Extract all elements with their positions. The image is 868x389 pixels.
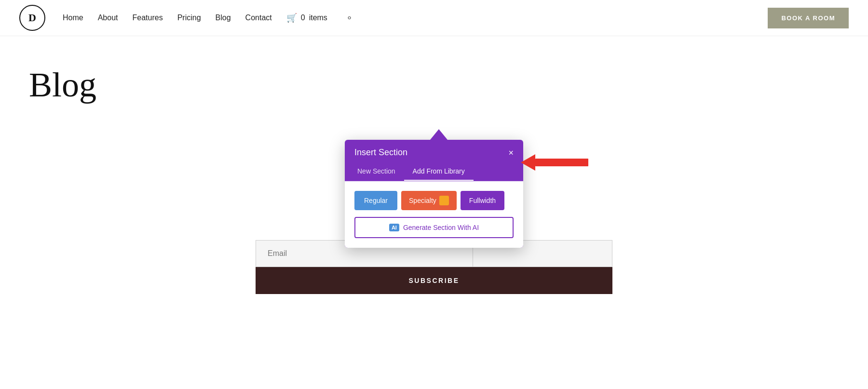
red-arrow-indicator bbox=[521, 150, 598, 174]
popup-title: Insert Section bbox=[354, 148, 407, 158]
popup-container: Insert Section × New Section Add From Li… bbox=[345, 140, 523, 248]
nav-pricing[interactable]: Pricing bbox=[177, 13, 201, 22]
logo[interactable]: D bbox=[19, 5, 45, 31]
nav-blog[interactable]: Blog bbox=[216, 13, 231, 22]
regular-button[interactable]: Regular bbox=[354, 191, 397, 210]
fullwidth-button[interactable]: Fullwidth bbox=[461, 191, 504, 210]
subscribe-button[interactable]: SUBSCRIBE bbox=[256, 267, 612, 294]
popup-tabs: New Section Add From Library bbox=[345, 162, 523, 181]
cart-count: 0 bbox=[301, 13, 305, 22]
nav-contact[interactable]: Contact bbox=[245, 13, 272, 22]
tab-new-section[interactable]: New Section bbox=[349, 162, 404, 181]
specialty-button[interactable]: Specialty bbox=[401, 191, 457, 210]
tab-add-from-library[interactable]: Add From Library bbox=[404, 162, 474, 181]
popup-body: Regular Specialty Fullwidth AI Generate … bbox=[345, 181, 523, 248]
nav-home[interactable]: Home bbox=[63, 13, 83, 22]
section-type-buttons: Regular Specialty Fullwidth bbox=[354, 191, 514, 210]
popup-close-button[interactable]: × bbox=[508, 148, 514, 157]
nav-about[interactable]: About bbox=[98, 13, 118, 22]
insert-section-popup: Insert Section × New Section Add From Li… bbox=[345, 129, 523, 248]
nav-features[interactable]: Features bbox=[133, 13, 163, 22]
svg-rect-0 bbox=[535, 159, 588, 166]
search-icon: ⚬ bbox=[346, 13, 353, 23]
svg-marker-1 bbox=[521, 154, 535, 171]
cart-icon: 🛒 bbox=[286, 13, 297, 23]
ai-badge: AI bbox=[389, 224, 399, 231]
page-title: Blog bbox=[29, 65, 839, 105]
main-nav: Home About Features Pricing Blog Contact… bbox=[63, 13, 353, 23]
search-button[interactable]: ⚬ bbox=[346, 13, 353, 23]
subscribe-area: Insert Section × New Section Add From Li… bbox=[256, 240, 612, 294]
popup-arrow bbox=[430, 129, 448, 140]
cart-items-label: items bbox=[309, 13, 327, 22]
book-room-button[interactable]: BOOK A ROOM bbox=[768, 8, 849, 28]
cart-area[interactable]: 🛒 0 items bbox=[286, 13, 327, 23]
popup-header: Insert Section × bbox=[345, 140, 523, 162]
specialty-icon bbox=[439, 196, 449, 205]
generate-ai-button[interactable]: AI Generate Section With AI bbox=[354, 217, 514, 238]
